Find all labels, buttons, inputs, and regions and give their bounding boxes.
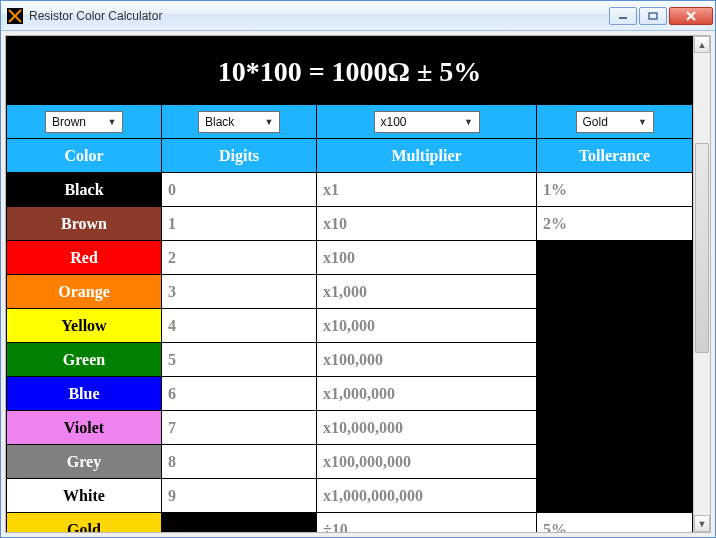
resistor-table: Brown ▼ Black ▼ xyxy=(6,104,693,532)
window-title: Resistor Color Calculator xyxy=(29,9,609,23)
multiplier-cell: x100,000,000 xyxy=(317,445,537,479)
digit-cell xyxy=(162,513,317,533)
titlebar[interactable]: Resistor Color Calculator xyxy=(1,1,715,31)
chevron-down-icon: ▼ xyxy=(636,117,650,127)
chevron-down-icon: ▼ xyxy=(105,117,119,127)
band2-value: Black xyxy=(205,115,234,129)
selector-row: Brown ▼ Black ▼ xyxy=(7,105,693,139)
header-color: Color xyxy=(7,139,162,173)
multiplier-cell: x10 xyxy=(317,207,537,241)
content-frame: 10*100 = 1000Ω ± 5% Brown xyxy=(5,35,711,533)
band1-select[interactable]: Brown ▼ xyxy=(45,111,123,133)
header-row: Color Digits Multiplier Tollerance xyxy=(7,139,693,173)
formula-display: 10*100 = 1000Ω ± 5% xyxy=(6,36,693,104)
digit-cell: 6 xyxy=(162,377,317,411)
table-row: Red2x100 xyxy=(7,241,693,275)
scroll-down-button[interactable]: ▼ xyxy=(694,515,710,532)
digit-cell: 9 xyxy=(162,479,317,513)
band2-select[interactable]: Black ▼ xyxy=(198,111,280,133)
digit-cell: 3 xyxy=(162,275,317,309)
chevron-down-icon: ▼ xyxy=(262,117,276,127)
table-row: Grey8x100,000,000 xyxy=(7,445,693,479)
color-cell: Green xyxy=(7,343,162,377)
digit-cell: 2 xyxy=(162,241,317,275)
multiplier-cell: x1,000,000,000 xyxy=(317,479,537,513)
color-cell: Orange xyxy=(7,275,162,309)
tolerance-cell xyxy=(537,241,693,275)
maximize-button[interactable] xyxy=(639,7,667,25)
table-row: White9x1,000,000,000 xyxy=(7,479,693,513)
header-multiplier: Multiplier xyxy=(317,139,537,173)
tolerance-cell xyxy=(537,377,693,411)
color-cell: Gold xyxy=(7,513,162,533)
tolerance-cell: 2% xyxy=(537,207,693,241)
multiplier-cell: x10,000,000 xyxy=(317,411,537,445)
multiplier-select[interactable]: x100 ▼ xyxy=(374,111,480,133)
color-cell: Red xyxy=(7,241,162,275)
scroll-track[interactable] xyxy=(694,53,710,515)
color-cell: Violet xyxy=(7,411,162,445)
digit-cell: 8 xyxy=(162,445,317,479)
table-row: Green5x100,000 xyxy=(7,343,693,377)
color-cell: Grey xyxy=(7,445,162,479)
window-buttons xyxy=(609,7,713,25)
table-row: Gold÷105% xyxy=(7,513,693,533)
tolerance-cell: 5% xyxy=(537,513,693,533)
close-button[interactable] xyxy=(669,7,713,25)
color-cell: White xyxy=(7,479,162,513)
table-row: Black0x11% xyxy=(7,173,693,207)
tolerance-cell xyxy=(537,445,693,479)
tolerance-cell xyxy=(537,275,693,309)
app-icon xyxy=(7,8,23,24)
table-row: Orange3x1,000 xyxy=(7,275,693,309)
header-tolerance: Tollerance xyxy=(537,139,693,173)
band1-value: Brown xyxy=(52,115,86,129)
svg-rect-2 xyxy=(649,13,657,19)
digit-cell: 4 xyxy=(162,309,317,343)
color-cell: Brown xyxy=(7,207,162,241)
table-row: Brown1x102% xyxy=(7,207,693,241)
multiplier-cell: x10,000 xyxy=(317,309,537,343)
digit-cell: 5 xyxy=(162,343,317,377)
vertical-scrollbar[interactable]: ▲ ▼ xyxy=(693,36,710,532)
tolerance-cell xyxy=(537,479,693,513)
multiplier-cell: x1,000,000 xyxy=(317,377,537,411)
tolerance-value: Gold xyxy=(583,115,608,129)
tolerance-select[interactable]: Gold ▼ xyxy=(576,111,654,133)
tolerance-cell xyxy=(537,309,693,343)
tolerance-cell xyxy=(537,343,693,377)
scroll-up-button[interactable]: ▲ xyxy=(694,36,710,53)
table-row: Yellow4x10,000 xyxy=(7,309,693,343)
header-digits: Digits xyxy=(162,139,317,173)
table-row: Blue6x1,000,000 xyxy=(7,377,693,411)
digit-cell: 7 xyxy=(162,411,317,445)
client-area: 10*100 = 1000Ω ± 5% Brown xyxy=(1,31,715,537)
multiplier-cell: x1 xyxy=(317,173,537,207)
table-row: Violet7x10,000,000 xyxy=(7,411,693,445)
multiplier-cell: x1,000 xyxy=(317,275,537,309)
color-cell: Blue xyxy=(7,377,162,411)
multiplier-cell: ÷10 xyxy=(317,513,537,533)
chevron-down-icon: ▼ xyxy=(462,117,476,127)
multiplier-cell: x100 xyxy=(317,241,537,275)
color-cell: Black xyxy=(7,173,162,207)
app-window: Resistor Color Calculator 10*100 = 1000Ω… xyxy=(0,0,716,538)
minimize-button[interactable] xyxy=(609,7,637,25)
color-cell: Yellow xyxy=(7,309,162,343)
digit-cell: 1 xyxy=(162,207,317,241)
digit-cell: 0 xyxy=(162,173,317,207)
multiplier-value: x100 xyxy=(381,115,407,129)
tolerance-cell xyxy=(537,411,693,445)
multiplier-cell: x100,000 xyxy=(317,343,537,377)
tolerance-cell: 1% xyxy=(537,173,693,207)
scroll-thumb[interactable] xyxy=(695,143,709,353)
